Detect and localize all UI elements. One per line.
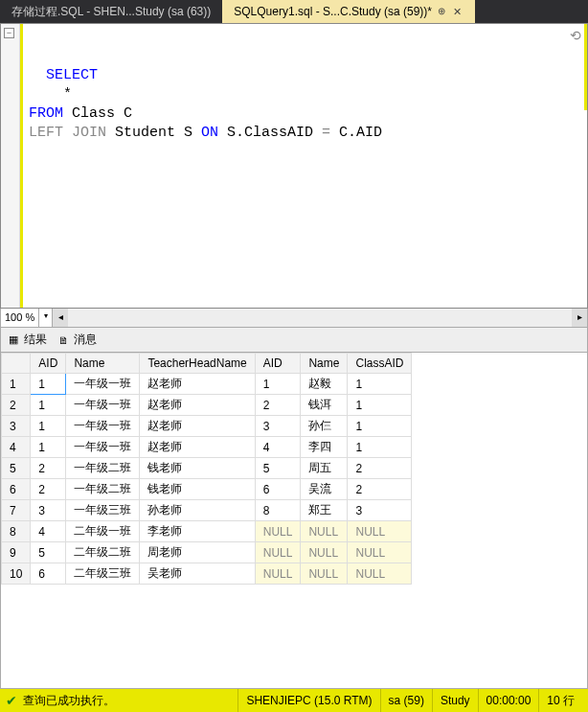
row-header[interactable]: 6 xyxy=(2,479,31,500)
cell[interactable]: 赵老师 xyxy=(140,374,255,395)
cell[interactable]: NULL xyxy=(348,521,412,542)
zoom-level[interactable]: 100 % xyxy=(1,309,39,327)
scroll-track[interactable] xyxy=(68,309,572,327)
cell[interactable]: 3 xyxy=(255,416,301,437)
row-header[interactable]: 8 xyxy=(2,521,31,542)
tab-results[interactable]: ▦ 结果 xyxy=(7,332,47,348)
cell[interactable]: 2 xyxy=(31,458,66,479)
cell[interactable]: NULL xyxy=(255,563,301,585)
row-header[interactable]: 3 xyxy=(2,416,31,437)
cell[interactable]: 周老师 xyxy=(140,542,255,563)
cell[interactable]: 孙仨 xyxy=(301,416,348,437)
cell[interactable]: 一年级二班 xyxy=(66,479,140,500)
scroll-right-icon[interactable]: ▸ xyxy=(572,309,587,327)
cell[interactable]: NULL xyxy=(301,542,348,563)
cell[interactable]: 5 xyxy=(255,458,301,479)
cell[interactable]: 孙老师 xyxy=(140,500,255,521)
collapse-toggle-icon[interactable]: − xyxy=(4,28,14,38)
cell[interactable]: 一年级一班 xyxy=(66,374,140,395)
table-row[interactable]: 52一年级二班钱老师5周五2 xyxy=(2,458,412,479)
cell[interactable]: 一年级一班 xyxy=(66,395,140,416)
row-header[interactable]: 5 xyxy=(2,458,31,479)
table-row[interactable]: 73一年级三班孙老师8郑王3 xyxy=(2,500,412,521)
cell[interactable]: 赵老师 xyxy=(140,416,255,437)
cell[interactable]: 李四 xyxy=(301,437,348,458)
cell[interactable]: 二年级一班 xyxy=(66,521,140,542)
column-header[interactable]: ClassAID xyxy=(348,354,412,374)
tab-messages[interactable]: 🗎 消息 xyxy=(57,332,97,348)
table-row[interactable]: 41一年级一班赵老师4李四1 xyxy=(2,437,412,458)
cell[interactable]: 一年级一班 xyxy=(66,437,140,458)
table-row[interactable]: 31一年级一班赵老师3孙仨1 xyxy=(2,416,412,437)
table-row[interactable]: 84二年级一班李老师NULLNULLNULL xyxy=(2,521,412,542)
cell[interactable]: 1 xyxy=(348,374,412,395)
cell[interactable]: 吴老师 xyxy=(140,563,255,585)
cell[interactable]: 赵老师 xyxy=(140,437,255,458)
pin-icon[interactable]: ⊕ xyxy=(438,4,445,19)
cell[interactable]: NULL xyxy=(255,542,301,563)
close-icon[interactable]: ✕ xyxy=(451,4,464,19)
cell[interactable]: 李老师 xyxy=(140,521,255,542)
column-header[interactable]: AID xyxy=(255,354,301,374)
cell[interactable]: 1 xyxy=(348,395,412,416)
cell[interactable]: 吴流 xyxy=(301,479,348,500)
cell[interactable]: 赵老师 xyxy=(140,395,255,416)
cell[interactable]: 1 xyxy=(31,395,66,416)
cell[interactable]: 一年级二班 xyxy=(66,458,140,479)
cell[interactable]: 郑王 xyxy=(301,500,348,521)
cell[interactable]: 3 xyxy=(348,500,412,521)
cell[interactable]: 2 xyxy=(31,479,66,500)
table-row[interactable]: 21一年级一班赵老师2钱洱1 xyxy=(2,395,412,416)
table-row[interactable]: 106二年级三班吴老师NULLNULLNULL xyxy=(2,563,412,585)
code-area[interactable]: SELECT * FROM Class C LEFT JOIN Student … xyxy=(20,24,587,308)
cell[interactable]: 1 xyxy=(31,374,66,395)
column-header[interactable]: Name xyxy=(301,354,348,374)
cell[interactable]: 2 xyxy=(255,395,301,416)
cell[interactable]: NULL xyxy=(301,563,348,585)
cell[interactable]: 一年级三班 xyxy=(66,500,140,521)
cell[interactable]: 钱老师 xyxy=(140,458,255,479)
cell[interactable]: 周五 xyxy=(301,458,348,479)
cell[interactable]: 2 xyxy=(348,479,412,500)
tab-sqlquery1[interactable]: SQLQuery1.sql - S...C.Study (sa (59))* ⊕… xyxy=(222,0,475,23)
cell[interactable]: 钱老师 xyxy=(140,479,255,500)
column-header[interactable]: AID xyxy=(31,354,66,374)
table-row[interactable]: 11一年级一班赵老师1赵毅1 xyxy=(2,374,412,395)
row-header[interactable]: 7 xyxy=(2,500,31,521)
cell[interactable]: 赵毅 xyxy=(301,374,348,395)
cell[interactable]: 4 xyxy=(255,437,301,458)
sql-editor[interactable]: − SELECT * FROM Class C LEFT JOIN Studen… xyxy=(0,23,588,309)
cell[interactable]: 1 xyxy=(348,416,412,437)
cell[interactable]: 6 xyxy=(31,563,66,585)
cell[interactable]: 6 xyxy=(255,479,301,500)
cell[interactable]: NULL xyxy=(255,521,301,542)
scroll-left-icon[interactable]: ◂ xyxy=(53,309,68,327)
column-header[interactable]: Name xyxy=(66,354,140,374)
cell[interactable]: NULL xyxy=(348,563,412,585)
cell[interactable]: 5 xyxy=(31,542,66,563)
column-header[interactable]: TeacherHeadName xyxy=(140,354,255,374)
cell[interactable]: 一年级一班 xyxy=(66,416,140,437)
cell[interactable]: 1 xyxy=(31,416,66,437)
cell[interactable]: 二年级二班 xyxy=(66,542,140,563)
row-header[interactable]: 10 xyxy=(2,563,31,585)
table-row[interactable]: 62一年级二班钱老师6吴流2 xyxy=(2,479,412,500)
cell[interactable]: 1 xyxy=(348,437,412,458)
cell[interactable]: 2 xyxy=(348,458,412,479)
zoom-dropdown-icon[interactable]: ▾ xyxy=(39,309,53,327)
row-header[interactable]: 4 xyxy=(2,437,31,458)
row-header[interactable]: 1 xyxy=(2,374,31,395)
results-grid[interactable]: AIDNameTeacherHeadNameAIDNameClassAID11一… xyxy=(1,353,412,585)
table-row[interactable]: 95二年级二班周老师NULLNULLNULL xyxy=(2,542,412,563)
cell[interactable]: 1 xyxy=(31,437,66,458)
cell[interactable]: 3 xyxy=(31,500,66,521)
row-header[interactable]: 2 xyxy=(2,395,31,416)
row-header[interactable]: 9 xyxy=(2,542,31,563)
tab-stored-proc[interactable]: 存储过程.SQL - SHEN...Study (sa (63)) xyxy=(0,0,222,23)
cell[interactable]: NULL xyxy=(301,521,348,542)
cell[interactable]: 二年级三班 xyxy=(66,563,140,585)
cell[interactable]: 钱洱 xyxy=(301,395,348,416)
cell[interactable]: 1 xyxy=(255,374,301,395)
reload-icon[interactable]: ⟲ xyxy=(568,28,583,43)
cell[interactable]: 4 xyxy=(31,521,66,542)
